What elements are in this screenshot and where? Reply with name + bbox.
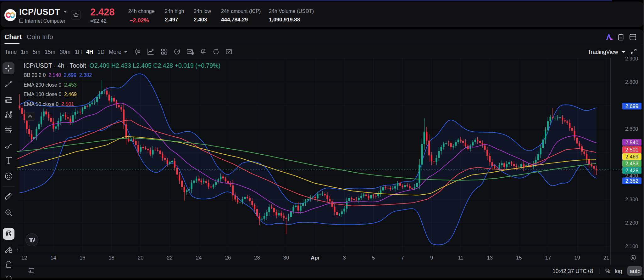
svg-text:12: 12 (21, 255, 27, 260)
svg-text:16: 16 (80, 255, 85, 260)
svg-text:18: 18 (108, 255, 114, 260)
svg-text:2.900: 2.900 (625, 56, 638, 61)
svg-text:2.382: 2.382 (625, 178, 638, 184)
svg-text:11: 11 (458, 255, 464, 260)
svg-text:2.453: 2.453 (625, 161, 638, 166)
svg-text:26: 26 (225, 255, 231, 260)
svg-text:5: 5 (372, 255, 375, 260)
svg-text:28: 28 (254, 255, 260, 260)
svg-text:2.469: 2.469 (625, 154, 638, 159)
svg-text:2.300: 2.300 (625, 197, 638, 202)
svg-text:15: 15 (516, 255, 522, 260)
svg-text:9: 9 (430, 255, 433, 260)
svg-text:2.200: 2.200 (625, 220, 638, 226)
svg-text:2.100: 2.100 (625, 243, 638, 249)
svg-text:2.428: 2.428 (625, 168, 638, 173)
svg-text:17: 17 (545, 255, 551, 260)
svg-text:14: 14 (50, 255, 56, 260)
svg-text:30: 30 (283, 255, 289, 260)
svg-text:2.540: 2.540 (625, 140, 638, 145)
svg-text:19: 19 (574, 255, 580, 260)
svg-text:2.800: 2.800 (625, 79, 638, 85)
svg-text:13: 13 (487, 255, 493, 260)
svg-text:22: 22 (167, 255, 173, 260)
svg-text:3: 3 (343, 255, 346, 260)
svg-text:21: 21 (603, 255, 609, 260)
svg-text:2.501: 2.501 (625, 147, 638, 152)
svg-text:24: 24 (196, 255, 202, 260)
svg-text:2.699: 2.699 (625, 103, 638, 109)
svg-text:7: 7 (401, 255, 404, 260)
svg-text:20: 20 (138, 255, 143, 260)
svg-text:2.600: 2.600 (625, 126, 638, 132)
svg-text:Apr: Apr (311, 255, 320, 260)
